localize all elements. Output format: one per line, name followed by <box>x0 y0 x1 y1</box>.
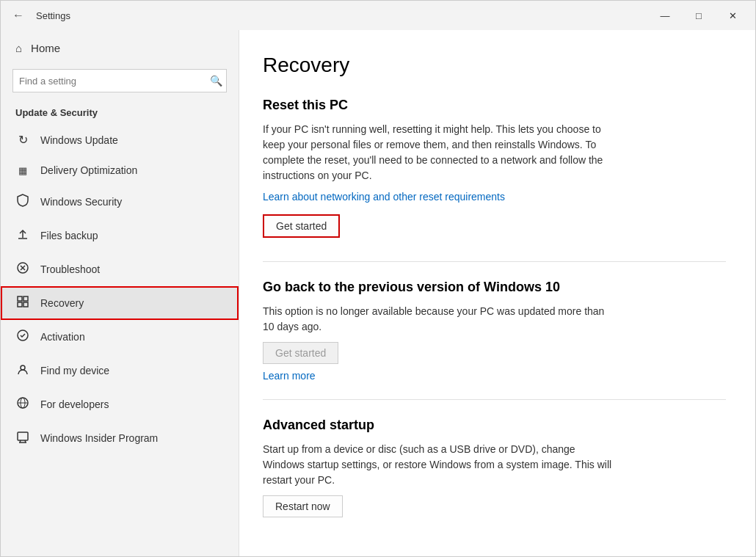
page-title: Recovery <box>263 54 726 77</box>
go-back-get-started-button[interactable]: Get started <box>263 342 338 364</box>
maximize-button[interactable]: □ <box>682 4 716 27</box>
sidebar-item-label: Find my device <box>40 365 109 376</box>
files-backup-icon <box>15 227 30 244</box>
for-developers-icon <box>15 396 30 412</box>
svg-rect-7 <box>23 302 28 307</box>
delivery-optimization-icon: ▦ <box>15 165 30 176</box>
sidebar-item-activation[interactable]: Activation <box>1 320 239 354</box>
section-divider-1 <box>263 261 726 262</box>
reset-pc-heading: Reset this PC <box>263 98 726 113</box>
sidebar-item-label: Windows Insider Program <box>40 432 158 444</box>
activation-icon <box>15 329 30 345</box>
sidebar-item-label: Windows Security <box>40 196 122 208</box>
svg-point-9 <box>21 365 25 370</box>
sidebar-item-files-backup[interactable]: Files backup <box>1 219 239 252</box>
section-divider-2 <box>263 399 726 400</box>
titlebar-controls: — □ ✕ <box>648 4 749 27</box>
go-back-description: This option is no longer available becau… <box>263 304 615 335</box>
windows-update-icon: ↻ <box>15 133 30 147</box>
sidebar-item-recovery[interactable]: Recovery <box>1 286 239 320</box>
back-button[interactable]: ← <box>7 4 30 27</box>
sidebar-item-label: Files backup <box>40 230 98 241</box>
advanced-startup-description: Start up from a device or disc (such as … <box>263 442 615 488</box>
settings-window: ← Settings — □ ✕ ⌂ Home 🔍 Update & Secur… <box>0 0 756 557</box>
main-content: Recovery Reset this PC If your PC isn't … <box>239 30 755 556</box>
sidebar: ⌂ Home 🔍 Update & Security ↻ Windows Upd… <box>1 30 239 556</box>
titlebar: ← Settings — □ ✕ <box>1 1 755 30</box>
sidebar-home-label: Home <box>31 42 60 54</box>
sidebar-section-title: Update & Security <box>1 104 239 124</box>
svg-rect-4 <box>18 296 22 301</box>
reset-pc-link[interactable]: Learn about networking and other reset r… <box>263 191 726 203</box>
sidebar-item-label: Recovery <box>40 297 84 309</box>
sidebar-item-windows-security[interactable]: Windows Security <box>1 185 239 219</box>
reset-pc-description: If your PC isn't running well, resetting… <box>263 122 615 183</box>
content-area: ⌂ Home 🔍 Update & Security ↻ Windows Upd… <box>1 30 755 556</box>
sidebar-item-find-my-device[interactable]: Find my device <box>1 354 239 387</box>
minimize-button[interactable]: — <box>648 4 682 27</box>
sidebar-item-troubleshoot[interactable]: Troubleshoot <box>1 252 239 286</box>
svg-rect-5 <box>23 296 28 301</box>
search-box: 🔍 <box>12 69 227 92</box>
sidebar-item-label: Activation <box>40 331 85 343</box>
titlebar-title: Settings <box>36 10 70 21</box>
search-input[interactable] <box>12 69 227 92</box>
sidebar-item-label: For developers <box>40 398 109 410</box>
svg-rect-6 <box>18 302 22 307</box>
go-back-heading: Go back to the previous version of Windo… <box>263 280 726 295</box>
sidebar-item-home[interactable]: ⌂ Home <box>1 30 239 66</box>
troubleshoot-icon <box>15 261 30 277</box>
sidebar-item-label: Troubleshoot <box>40 263 100 275</box>
sidebar-item-delivery-optimization[interactable]: ▦ Delivery Optimization <box>1 156 239 185</box>
sidebar-item-for-developers[interactable]: For developers <box>1 387 239 421</box>
sidebar-item-label: Windows Update <box>40 134 118 146</box>
reset-pc-get-started-button[interactable]: Get started <box>263 214 340 238</box>
sidebar-item-label: Delivery Optimization <box>40 164 137 176</box>
svg-rect-13 <box>18 432 28 440</box>
windows-insider-icon <box>15 430 30 446</box>
close-button[interactable]: ✕ <box>716 4 749 27</box>
go-back-link[interactable]: Learn more <box>263 370 726 382</box>
titlebar-left: ← Settings <box>7 4 70 27</box>
sidebar-item-windows-update[interactable]: ↻ Windows Update <box>1 124 239 156</box>
recovery-icon <box>15 295 30 311</box>
windows-security-icon <box>15 194 30 210</box>
search-icon-button[interactable]: 🔍 <box>210 75 222 87</box>
home-icon: ⌂ <box>15 42 22 54</box>
find-my-device-icon <box>15 363 30 379</box>
restart-now-button[interactable]: Restart now <box>263 495 343 517</box>
sidebar-item-windows-insider[interactable]: Windows Insider Program <box>1 421 239 455</box>
advanced-startup-heading: Advanced startup <box>263 418 726 433</box>
